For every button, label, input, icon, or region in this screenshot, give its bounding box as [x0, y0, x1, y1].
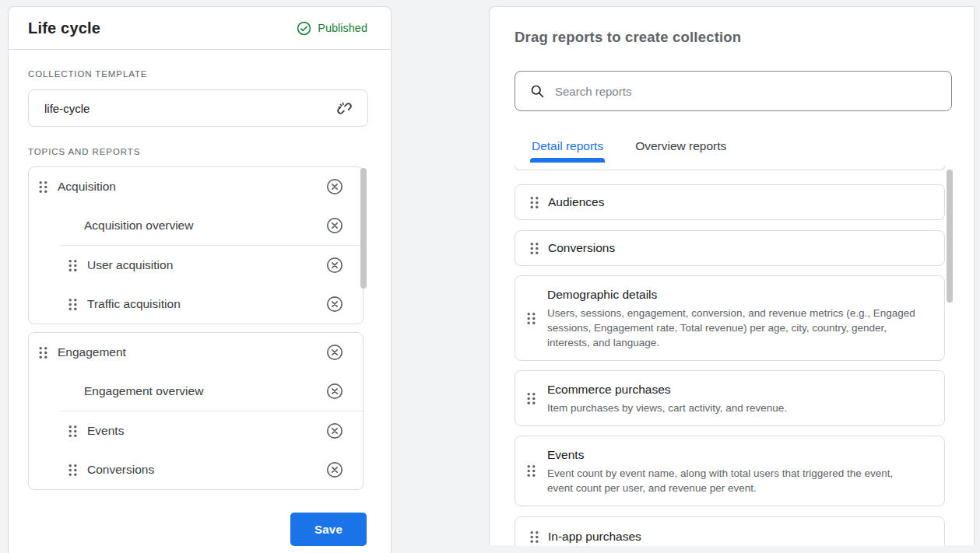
report-title: Events: [547, 446, 916, 464]
report-card[interactable]: Events Event count by event name, along …: [515, 436, 945, 506]
remove-button[interactable]: [325, 343, 344, 362]
remove-button[interactable]: [325, 295, 344, 313]
tab-overview-reports[interactable]: Overview reports: [635, 139, 726, 163]
drag-handle-icon[interactable]: [515, 464, 547, 478]
collection-template-field[interactable]: life-cycle: [28, 89, 368, 127]
collection-header: Life cycle Published: [9, 7, 391, 50]
report-description: Users, sessions, engagement, conversion,…: [547, 306, 916, 350]
remove-circle-icon: [325, 343, 344, 362]
remove-circle-icon: [325, 422, 344, 440]
report-description: Item purchases by views, cart activity, …: [547, 401, 787, 415]
topic-group-acquisition: Acquisition Acquisition overview User ac…: [28, 166, 364, 324]
report-card[interactable]: Demographic details Users, sessions, eng…: [515, 275, 945, 361]
report-title: Ecommerce purchases: [547, 381, 787, 398]
remove-circle-icon: [325, 256, 344, 275]
topic-label: Engagement: [58, 345, 126, 359]
search-input[interactable]: [555, 85, 939, 98]
report-label: Engagement overview: [84, 384, 203, 398]
report-title: Audiences: [548, 194, 604, 211]
report-row[interactable]: Traffic acquisition: [29, 285, 363, 324]
report-card-partial[interactable]: [515, 166, 945, 170]
report-row[interactable]: Engagement overview: [29, 372, 363, 411]
drag-handle-icon[interactable]: [68, 464, 78, 477]
drag-handle-icon[interactable]: [38, 180, 48, 194]
report-list: Audiences Conversions Demographic detail…: [515, 166, 945, 546]
drag-handle-icon[interactable]: [529, 196, 539, 209]
save-button[interactable]: Save: [290, 513, 367, 546]
search-icon: [529, 83, 545, 99]
remove-button[interactable]: [325, 460, 344, 479]
remove-circle-icon: [325, 295, 344, 313]
remove-circle-icon: [325, 216, 344, 235]
report-card[interactable]: Conversions: [515, 230, 945, 266]
remove-button[interactable]: [325, 256, 344, 275]
scrollbar-thumb[interactable]: [947, 170, 953, 303]
topic-row[interactable]: Acquisition: [29, 167, 363, 206]
broken-link-icon[interactable]: [335, 100, 353, 117]
report-title: Conversions: [548, 240, 615, 257]
status-badge: Published: [297, 21, 367, 36]
check-circle-icon: [297, 21, 311, 36]
report-row[interactable]: Conversions: [29, 450, 363, 489]
report-card[interactable]: Ecommerce purchases Item purchases by vi…: [515, 370, 945, 426]
drag-handle-icon[interactable]: [529, 530, 539, 544]
scrollbar-thumb[interactable]: [360, 168, 367, 289]
remove-button[interactable]: [325, 216, 344, 235]
search-box[interactable]: [515, 71, 952, 111]
tab-detail-reports[interactable]: Detail reports: [532, 139, 603, 163]
topic-group-engagement: Engagement Engagement overview Events Co…: [28, 332, 364, 490]
remove-circle-icon: [325, 177, 344, 196]
drag-reports-heading: Drag reports to create collection: [515, 29, 974, 46]
drag-handle-icon[interactable]: [515, 392, 547, 405]
report-row[interactable]: Acquisition overview: [29, 206, 363, 245]
drag-handle-icon[interactable]: [515, 312, 547, 325]
report-label: Conversions: [87, 463, 154, 477]
drag-handle-icon[interactable]: [68, 259, 78, 272]
drag-handle-icon[interactable]: [529, 242, 539, 255]
collection-title: Life cycle: [28, 19, 100, 37]
report-card[interactable]: In-app purchases: [515, 516, 945, 546]
report-card[interactable]: Audiences: [515, 184, 945, 220]
report-label: Acquisition overview: [84, 219, 193, 233]
report-row[interactable]: User acquisition: [29, 246, 363, 285]
collection-template-value: life-cycle: [44, 102, 90, 115]
remove-button[interactable]: [325, 177, 344, 196]
drag-handle-icon[interactable]: [68, 298, 78, 311]
report-row[interactable]: Events: [29, 411, 363, 450]
report-label: Events: [87, 424, 124, 438]
report-description: Event count by event name, along with to…: [547, 466, 916, 495]
collection-editor-panel: Life cycle Published COLLECTION TEMPLATE…: [8, 6, 392, 553]
collection-template-label: COLLECTION TEMPLATE: [28, 68, 367, 79]
report-title: In-app purchases: [548, 528, 641, 545]
topic-label: Acquisition: [58, 180, 116, 194]
report-label: User acquisition: [87, 258, 173, 272]
report-title: Demographic details: [547, 286, 916, 303]
remove-button[interactable]: [325, 422, 344, 440]
remove-circle-icon: [325, 382, 344, 401]
report-tabs: Detail reports Overview reports: [532, 139, 974, 163]
report-label: Traffic acquisition: [87, 297, 181, 311]
remove-circle-icon: [325, 460, 344, 479]
drag-handle-icon[interactable]: [68, 425, 78, 438]
status-badge-label: Published: [318, 22, 367, 34]
topic-row[interactable]: Engagement: [29, 333, 363, 372]
drag-handle-icon[interactable]: [38, 346, 48, 359]
remove-button[interactable]: [325, 382, 344, 401]
topics-and-reports-label: TOPICS AND REPORTS: [28, 146, 367, 157]
report-picker-panel: Drag reports to create collection Detail…: [489, 6, 975, 545]
